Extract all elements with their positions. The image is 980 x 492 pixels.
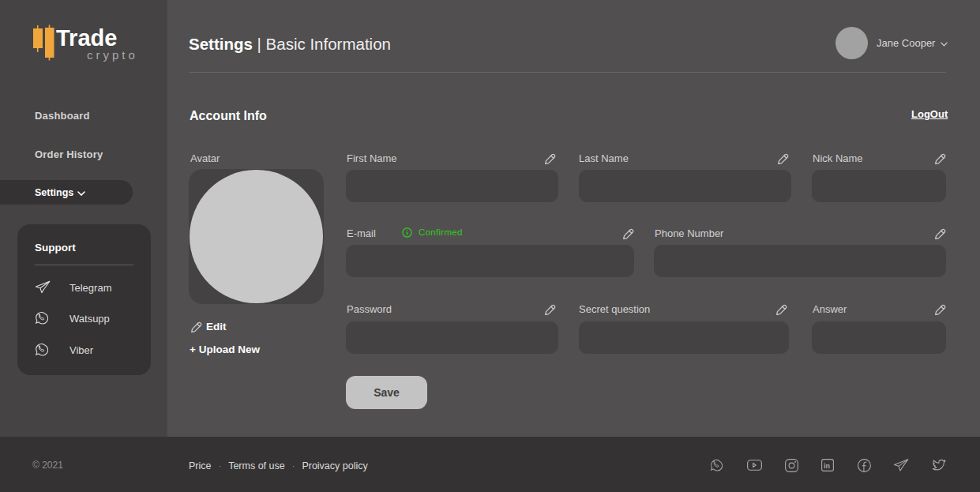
svg-text:in: in <box>824 462 830 470</box>
